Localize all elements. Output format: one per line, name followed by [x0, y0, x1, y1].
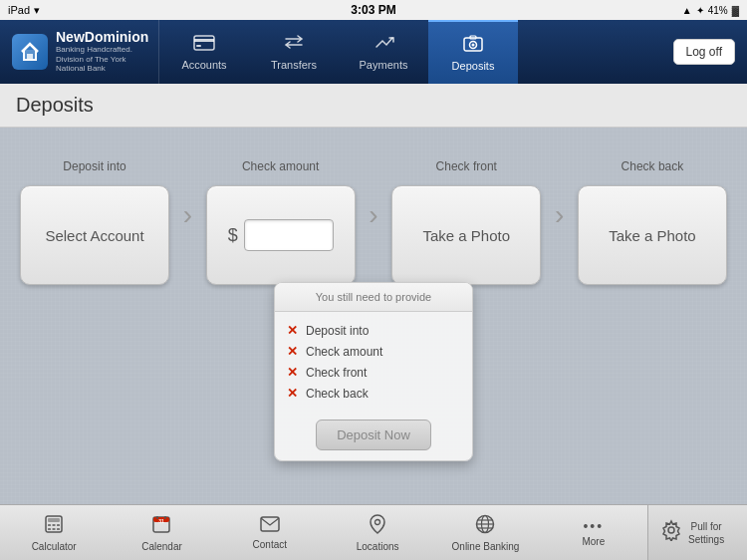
main-content: Deposit into Select Account › Check amou… — [0, 128, 747, 504]
nav-tab-payments[interactable]: Payments — [339, 20, 428, 84]
workflow: Deposit into Select Account › Check amou… — [20, 159, 727, 285]
more-label: More — [582, 536, 605, 547]
svg-rect-15 — [57, 528, 60, 530]
deposits-label: Deposits — [452, 60, 495, 72]
step-deposit-into-label: Deposit into — [63, 159, 125, 173]
x-icon-check-amount: ✕ — [287, 344, 298, 359]
status-time: 3:03 PM — [351, 3, 395, 17]
select-account-box[interactable]: Select Account — [20, 185, 169, 285]
chevron-2-icon: › — [369, 199, 377, 231]
validation-deposit-into-label: Deposit into — [306, 324, 369, 338]
logo-area: NewDominion Banking Handcrafted. Divisio… — [0, 20, 159, 84]
amount-input[interactable] — [244, 219, 334, 251]
nav-bar: NewDominion Banking Handcrafted. Divisio… — [0, 20, 747, 84]
svg-point-7 — [472, 44, 475, 47]
toolbar-item-more[interactable]: ••• More — [540, 505, 647, 560]
calculator-label: Calculator — [32, 541, 77, 552]
status-right: ▲ ✦ 41% ▓ — [682, 5, 739, 16]
bottom-toolbar: Calculator 31 Calendar Conta — [0, 504, 747, 560]
check-back-text: Take a Photo — [601, 219, 704, 252]
settings-label: Pull for Settings — [688, 520, 724, 546]
status-bar: iPad ▾ 3:03 PM ▲ ✦ 41% ▓ — [0, 0, 747, 20]
validation-check-front-label: Check front — [306, 366, 367, 380]
validation-item-check-amount: ✕ Check amount — [287, 341, 460, 362]
toolbar-item-contact[interactable]: Contact — [216, 505, 324, 560]
svg-rect-11 — [53, 524, 56, 526]
validation-item-check-back: ✕ Check back — [287, 383, 460, 404]
svg-rect-14 — [53, 528, 56, 530]
toolbar-item-online-banking[interactable]: Online Banking — [431, 505, 539, 560]
nav-tab-transfers[interactable]: Transfers — [249, 20, 339, 84]
step-check-amount: Check amount $ — [206, 159, 356, 285]
step-check-front: Check front Take a Photo — [391, 159, 541, 285]
payments-icon — [373, 33, 394, 56]
battery-level: 41% — [708, 5, 728, 16]
step-check-back: Check back Take a Photo — [578, 159, 727, 285]
logo-name: NewDominion — [56, 30, 148, 45]
validation-header: You still need to provide — [275, 283, 472, 312]
nav-right: Log off — [661, 20, 747, 84]
x-icon-deposit-into: ✕ — [287, 323, 298, 338]
svg-rect-1 — [194, 36, 214, 50]
locations-label: Locations — [357, 541, 399, 552]
amount-input-area: $ — [218, 219, 344, 251]
nav-tab-deposits[interactable]: Deposits — [428, 20, 518, 84]
logo-icon — [12, 34, 48, 70]
calendar-icon: 31 — [151, 514, 171, 539]
locations-icon — [370, 514, 385, 539]
toolbar-items: Calculator 31 Calendar Conta — [0, 505, 647, 560]
validation-item-check-front: ✕ Check front — [287, 362, 460, 383]
accounts-icon — [193, 33, 215, 56]
nav-tab-accounts[interactable]: Accounts — [159, 20, 249, 84]
payments-label: Payments — [360, 59, 408, 71]
svg-text:31: 31 — [159, 517, 165, 523]
signal-icon: ▾ — [34, 4, 40, 17]
validation-check-back-label: Check back — [306, 387, 369, 401]
device-label: iPad — [8, 4, 30, 16]
accounts-label: Accounts — [181, 59, 226, 71]
x-icon-check-back: ✕ — [287, 386, 298, 401]
logo-sub: Division of The York National Bank — [56, 55, 148, 74]
page-header: Deposits — [0, 84, 747, 128]
x-icon-check-front: ✕ — [287, 365, 298, 380]
check-amount-box[interactable]: $ — [206, 185, 356, 285]
transfers-icon — [283, 33, 305, 56]
svg-rect-10 — [48, 524, 51, 526]
step-check-front-label: Check front — [436, 159, 497, 173]
contact-label: Contact — [253, 539, 287, 550]
validation-item-deposit-into: ✕ Deposit into — [287, 320, 460, 341]
validation-check-amount-label: Check amount — [306, 345, 382, 359]
settings-button[interactable]: Pull for Settings — [647, 505, 747, 560]
check-front-text: Take a Photo — [415, 219, 519, 252]
deposit-now-button[interactable]: Deposit Now — [316, 420, 431, 450]
transfers-label: Transfers — [271, 59, 317, 71]
svg-rect-0 — [27, 54, 33, 60]
status-left: iPad ▾ — [8, 4, 40, 17]
svg-rect-13 — [48, 528, 51, 530]
deposits-icon — [462, 34, 484, 57]
nav-tabs: Accounts Transfers Payments — [159, 20, 661, 84]
toolbar-item-calendar[interactable]: 31 Calendar — [108, 505, 215, 560]
svg-point-22 — [375, 519, 380, 524]
contact-icon — [260, 516, 280, 537]
logout-button[interactable]: Log off — [673, 39, 735, 65]
wifi-icon: ▲ — [682, 5, 692, 16]
online-banking-label: Online Banking — [452, 541, 520, 552]
chevron-1-icon: › — [183, 199, 192, 231]
check-back-box[interactable]: Take a Photo — [578, 185, 727, 285]
toolbar-item-calculator[interactable]: Calculator — [0, 505, 108, 560]
svg-rect-2 — [194, 39, 214, 42]
check-front-box[interactable]: Take a Photo — [391, 185, 541, 285]
dollar-sign: $ — [228, 225, 238, 246]
select-account-text: Select Account — [37, 219, 151, 252]
chevron-3-icon: › — [555, 199, 564, 231]
svg-rect-12 — [57, 524, 60, 526]
battery-icon: ▓ — [732, 5, 739, 16]
toolbar-item-locations[interactable]: Locations — [324, 505, 431, 560]
step-deposit-into: Deposit into Select Account — [20, 159, 169, 285]
page-title: Deposits — [16, 94, 94, 117]
logo-tagline: Banking Handcrafted. — [56, 45, 148, 55]
step-check-back-label: Check back — [622, 159, 684, 173]
calendar-label: Calendar — [141, 541, 182, 552]
svg-point-28 — [668, 527, 674, 533]
